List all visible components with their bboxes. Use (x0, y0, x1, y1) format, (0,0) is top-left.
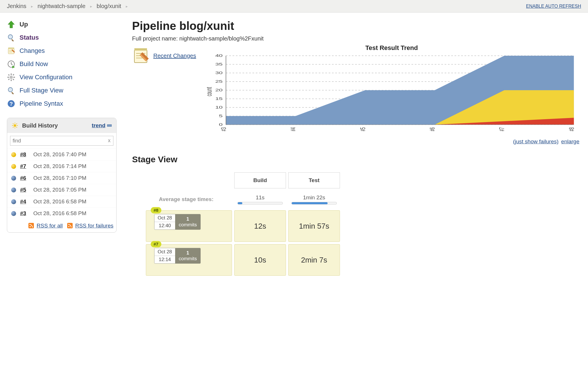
crumb-jenkins[interactable]: Jenkins (7, 3, 26, 9)
svg-text:#7: #7 (498, 127, 506, 131)
sidebar-item-full-stage[interactable]: Full Stage View (7, 84, 117, 97)
sidebar-item-up[interactable]: Up (7, 18, 117, 31)
build-history-row[interactable]: #6 Oct 28, 2016 7:10 PM (7, 172, 116, 184)
stage-col-test: Test (288, 172, 340, 188)
avg-test-cell: 1min 22s (288, 191, 340, 208)
build-number-link[interactable]: #5 (20, 187, 33, 193)
svg-rect-13 (11, 80, 12, 81)
page-title: Pipeline blog/xunit (132, 20, 579, 32)
stage-test-cell[interactable]: 2min 7s (288, 244, 340, 276)
recent-changes-link[interactable]: Recent Changes (153, 53, 196, 59)
gear-icon (7, 73, 16, 82)
stage-col-build: Build (234, 172, 286, 188)
svg-rect-7 (8, 48, 14, 49)
run-commits: 1commits (175, 214, 200, 229)
svg-rect-18 (13, 74, 14, 76)
notepad-icon (132, 47, 150, 65)
notepad-icon (7, 47, 16, 55)
chart-title: Test Result Trend (204, 44, 579, 52)
sidebar-item-label: Build Now (20, 60, 48, 68)
chart-enlarge-link[interactable]: enlarge (561, 138, 579, 144)
build-history-row[interactable]: #7 Oct 28, 2016 7:14 PM (7, 160, 116, 172)
clear-icon[interactable]: x (108, 138, 111, 144)
build-date: Oct 28, 2016 7:05 PM (33, 187, 86, 193)
sidebar-item-label: Status (20, 34, 39, 41)
build-number-link[interactable]: #6 (20, 175, 33, 181)
sidebar-item-build-now[interactable]: Build Now (7, 57, 117, 71)
build-date: Oct 28, 2016 7:14 PM (33, 163, 86, 169)
svg-rect-19 (8, 78, 10, 80)
svg-text:35: 35 (215, 62, 223, 66)
sidebar-item-view-config[interactable]: View Configuration (7, 71, 117, 84)
full-project-name: Full project name: nightwatch-sample/blo… (132, 35, 579, 42)
run-date: Oct 28 (154, 214, 175, 222)
build-history-row[interactable]: #5 Oct 28, 2016 7:05 PM (7, 184, 116, 196)
build-history-row[interactable]: #8 Oct 28, 2016 7:40 PM (7, 148, 116, 160)
avg-build-cell: 11s (234, 191, 286, 208)
sidebar: Up Status Changes Build Now View Configu… (0, 13, 121, 233)
avg-stage-times-label: Average stage times: (146, 191, 232, 208)
build-history-panel: Build History trend x #8 Oct 28, 2016 7:… (7, 118, 117, 233)
build-history-trend-link[interactable]: trend (92, 122, 112, 129)
stage-run-header[interactable]: #7 Oct 2812:14 1commits (146, 244, 232, 276)
svg-rect-12 (11, 74, 12, 75)
svg-point-24 (13, 124, 16, 127)
svg-text:5: 5 (219, 114, 223, 118)
build-number-link[interactable]: #7 (20, 163, 33, 169)
svg-text:#4: #4 (289, 127, 297, 131)
svg-line-32 (13, 127, 14, 128)
recent-changes-block: Recent Changes (132, 47, 201, 65)
run-date: Oct 28 (154, 248, 175, 256)
stage-view-table: Build Test Average stage times: 11s 1min… (144, 170, 342, 278)
build-history-row[interactable]: #4 Oct 28, 2016 6:58 PM (7, 196, 116, 207)
build-date: Oct 28, 2016 6:58 PM (33, 210, 86, 217)
sidebar-item-label: Pipeline Syntax (20, 100, 63, 107)
status-ball-icon (11, 211, 16, 216)
status-ball-icon (11, 176, 16, 181)
build-number-link[interactable]: #3 (20, 210, 33, 217)
svg-rect-15 (13, 77, 15, 78)
rss-all-link[interactable]: RSS for all (37, 223, 63, 229)
clock-play-icon (7, 60, 16, 68)
sidebar-item-status[interactable]: Status (7, 31, 117, 44)
sidebar-item-label: Full Stage View (20, 87, 63, 94)
stage-view-title: Stage View (132, 155, 579, 164)
trend-bar-icon (107, 124, 112, 127)
avg-build-time: 11s (235, 194, 286, 201)
svg-line-31 (16, 124, 17, 124)
svg-line-30 (16, 127, 17, 128)
sidebar-item-pipeline-syntax[interactable]: ? Pipeline Syntax (7, 97, 117, 110)
build-date: Oct 28, 2016 6:58 PM (33, 198, 86, 205)
stage-build-cell[interactable]: 12s (234, 210, 286, 242)
svg-text:#3: #3 (220, 127, 227, 131)
svg-text:#6: #6 (429, 127, 436, 131)
rss-failures-link[interactable]: RSS for failures (75, 223, 113, 229)
svg-point-1 (8, 35, 13, 39)
status-ball-icon (11, 164, 16, 169)
status-ball-icon (11, 152, 16, 157)
trend-chart[interactable]: 0510152025303540 #3#4#5#6#7#8 count (204, 53, 579, 136)
enable-auto-refresh-link[interactable]: ENABLE AUTO REFRESH (526, 4, 581, 9)
build-history-find-input[interactable] (10, 136, 113, 146)
sidebar-item-label: View Configuration (20, 74, 72, 81)
svg-text:15: 15 (215, 97, 223, 101)
run-commits: 1commits (175, 248, 200, 263)
build-number-link[interactable]: #8 (20, 151, 33, 158)
sidebar-item-label: Changes (20, 47, 45, 55)
svg-text:#5: #5 (359, 127, 366, 131)
sidebar-item-changes[interactable]: Changes (7, 44, 117, 57)
run-badge: #7 (151, 241, 161, 247)
stage-run-header[interactable]: #8 Oct 2812:40 1commits (146, 210, 232, 242)
build-history-row[interactable]: #3 Oct 28, 2016 6:58 PM (7, 207, 116, 219)
svg-text:10: 10 (215, 105, 223, 109)
stage-test-cell[interactable]: 1min 57s (288, 210, 340, 242)
chevron-right-icon: ▸ (90, 4, 92, 9)
crumb-project[interactable]: nightwatch-sample (38, 3, 86, 9)
run-time: 12:14 (154, 256, 175, 263)
svg-line-29 (13, 124, 14, 124)
stage-build-cell[interactable]: 10s (234, 244, 286, 276)
build-number-link[interactable]: #4 (20, 198, 33, 205)
help-icon: ? (7, 99, 16, 108)
crumb-branch[interactable]: blog/xunit (97, 3, 121, 9)
chart-show-failures-link[interactable]: (just show failures) (513, 138, 558, 144)
